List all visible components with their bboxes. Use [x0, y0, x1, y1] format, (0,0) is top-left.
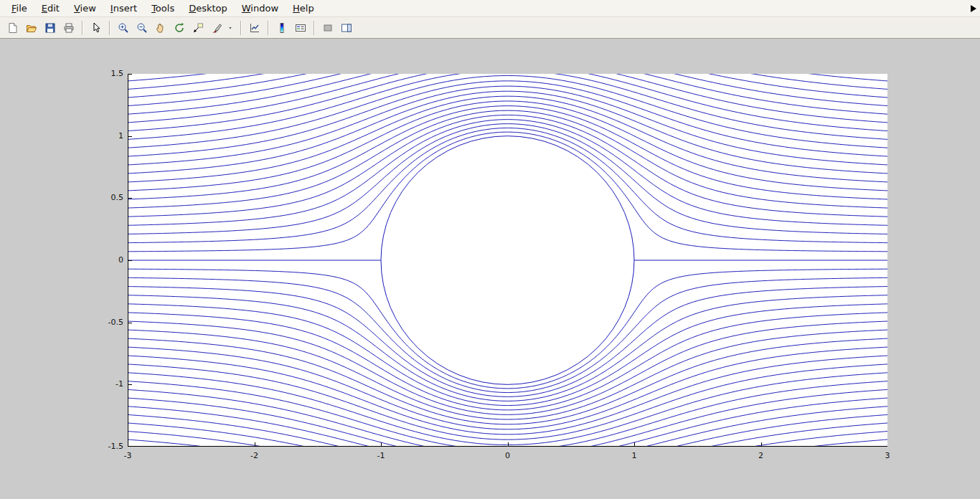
y-tick-label: 1.5: [89, 69, 123, 79]
toolbar-separator: [268, 21, 269, 35]
zoom-out-button[interactable]: [133, 19, 151, 37]
edit-plot-icon: [90, 22, 102, 34]
insert-legend-button[interactable]: [292, 19, 309, 37]
brush-icon: [211, 22, 222, 34]
menu-item-view[interactable]: View: [67, 1, 103, 16]
menu-item-tools[interactable]: Tools: [144, 1, 182, 16]
toolbar-separator: [109, 21, 110, 35]
print-figure-icon: [63, 22, 75, 34]
insert-colorbar-icon: [276, 22, 288, 34]
plot-canvas[interactable]: [128, 74, 887, 447]
toolbar-separator: [82, 21, 83, 35]
toolbar-separator: [240, 21, 242, 35]
menu-item-edit[interactable]: Edit: [34, 1, 67, 16]
zoom-in-icon: [118, 22, 129, 34]
rotate-3d-button[interactable]: [171, 19, 188, 37]
data-cursor-button[interactable]: [189, 19, 207, 37]
new-figure-icon: [7, 22, 19, 34]
x-tick-label: 2: [741, 451, 781, 461]
open-file-button[interactable]: [23, 19, 40, 37]
save-figure-button[interactable]: [42, 19, 59, 37]
hide-plot-tools-button[interactable]: [319, 19, 336, 37]
show-plot-tools-icon: [341, 22, 352, 34]
edit-plot-button[interactable]: [88, 19, 105, 37]
menu-item-help[interactable]: Help: [286, 1, 321, 16]
menu-item-window[interactable]: Window: [235, 1, 286, 16]
hide-plot-tools-icon: [322, 22, 334, 34]
brush-button[interactable]: [208, 19, 225, 37]
x-tick-label: 1: [614, 451, 654, 461]
link-plot-button[interactable]: [246, 19, 263, 37]
pan-button[interactable]: [152, 19, 169, 37]
x-tick-label: -1: [361, 451, 401, 461]
x-tick-label: -3: [108, 451, 148, 461]
save-figure-icon: [44, 22, 56, 34]
menu-bar: FileEditViewInsertToolsDesktopWindowHelp: [0, 0, 980, 17]
x-tick-label: 3: [867, 451, 908, 461]
open-file-icon: [26, 22, 37, 34]
y-tick-label: 0: [89, 255, 123, 265]
x-tick-label: -2: [235, 451, 275, 461]
pan-icon: [155, 22, 166, 34]
toolbar-separator: [314, 21, 315, 35]
print-figure-button[interactable]: [60, 19, 77, 37]
menu-overflow-arrow-icon[interactable]: [971, 5, 976, 12]
y-tick-label: 0.5: [89, 193, 123, 203]
insert-colorbar-button[interactable]: [273, 19, 291, 37]
show-plot-tools-button[interactable]: [338, 19, 355, 37]
brush-dropdown-caret[interactable]: [227, 19, 236, 37]
insert-legend-icon: [295, 22, 306, 34]
axes-plot-area[interactable]: [128, 74, 887, 447]
zoom-out-icon: [136, 22, 148, 34]
data-cursor-icon: [192, 22, 204, 34]
figure-canvas-area: -3-2-101231.510.50-0.5-1-1.5: [0, 39, 980, 499]
link-plot-icon: [249, 22, 260, 34]
y-tick-label: -1.5: [89, 442, 123, 452]
menu-item-file[interactable]: File: [4, 1, 34, 16]
zoom-in-button[interactable]: [115, 19, 132, 37]
menu-item-insert[interactable]: Insert: [103, 1, 144, 16]
rotate-3d-icon: [174, 22, 185, 34]
menu-item-desktop[interactable]: Desktop: [182, 1, 235, 16]
x-tick-label: 0: [488, 451, 528, 461]
y-tick-label: -1: [89, 379, 123, 389]
y-tick-label: 1: [89, 131, 123, 141]
figure-toolbar: [0, 17, 980, 39]
brush-dropdown-caret: [229, 22, 234, 34]
y-tick-label: -0.5: [89, 318, 123, 328]
new-figure-button[interactable]: [4, 19, 22, 37]
